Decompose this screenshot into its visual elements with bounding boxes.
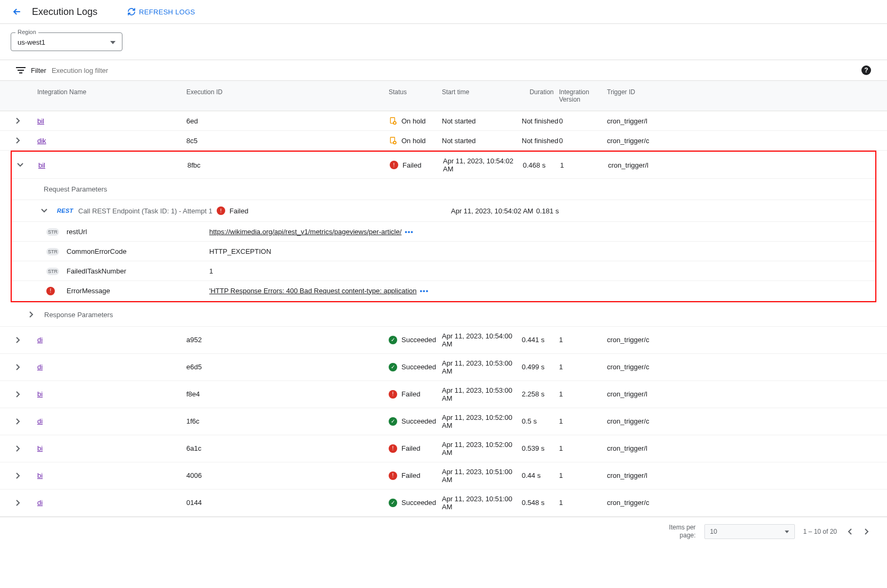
execution-id: 4006: [186, 471, 389, 479]
status-cell: ✓Succeeded: [389, 363, 442, 371]
start-time: Apr 11, 2023, 10:53:00 AM: [442, 359, 522, 375]
prev-page-button[interactable]: [845, 526, 854, 537]
version: 1: [559, 471, 607, 479]
expand-icon[interactable]: [16, 473, 37, 479]
param-value-link[interactable]: https://wikimedia.org/api/rest_v1/metric…: [209, 228, 401, 236]
duration: 0.539 s: [522, 444, 559, 452]
rest-badge: REST: [57, 208, 78, 214]
more-icon[interactable]: •••: [420, 287, 429, 295]
col-version: Integration Version: [559, 88, 607, 103]
expand-icon[interactable]: [16, 391, 37, 397]
page-range: 1 – 10 of 20: [803, 528, 837, 535]
status-cell: !Failed: [389, 444, 442, 453]
type-badge: STR: [46, 228, 59, 236]
request-parameters-label: Request Parameters: [12, 179, 875, 200]
param-row: STR restUrl https://wikimedia.org/api/re…: [12, 222, 875, 242]
next-page-button[interactable]: [863, 526, 871, 537]
col-integration-name: Integration Name: [37, 88, 186, 103]
trigger-id: cron_trigger/c: [607, 499, 708, 507]
trigger-id: cron_trigger/l: [607, 390, 708, 398]
task-title: Call REST Endpoint (Task ID: 1) - Attemp…: [78, 207, 217, 215]
region-select[interactable]: Region us-west1: [11, 32, 122, 51]
col-trigger-id: Trigger ID: [607, 88, 708, 103]
integration-name-link[interactable]: bi: [37, 471, 43, 479]
task-time: Apr 11, 2023, 10:54:02 AM: [451, 207, 536, 215]
expand-icon[interactable]: [16, 337, 37, 343]
table-row: bi f8e4 !Failed Apr 11, 2023, 10:53:00 A…: [0, 381, 887, 408]
duration: 0.548 s: [522, 499, 559, 507]
duration: 0.468 s: [523, 161, 560, 169]
start-time: Not started: [442, 117, 522, 125]
expand-icon[interactable]: [16, 364, 37, 370]
expand-icon[interactable]: [16, 445, 37, 452]
expand-icon[interactable]: [16, 418, 37, 425]
integration-name-link[interactable]: bi: [37, 444, 43, 452]
integration-name-link[interactable]: di: [37, 417, 43, 425]
failed-icon: !: [389, 444, 397, 453]
filter-input[interactable]: [52, 67, 856, 74]
failed-icon: !: [389, 390, 397, 399]
version: 0: [559, 137, 607, 145]
start-time: Apr 11, 2023, 10:54:00 AM: [442, 332, 522, 348]
expand-icon[interactable]: [16, 500, 37, 506]
duration: Not finished: [522, 137, 559, 145]
param-name: restUrl: [67, 228, 205, 236]
integration-name-link[interactable]: di: [37, 336, 43, 344]
version: 1: [559, 363, 607, 371]
param-row: STR CommonErrorCode HTTP_EXCEPTION: [12, 242, 875, 261]
type-badge: STR: [46, 268, 59, 275]
integration-name-link[interactable]: bil: [38, 161, 45, 169]
items-per-page-label: Items per page:: [669, 524, 696, 540]
collapse-icon[interactable]: [41, 209, 57, 213]
param-value: 1: [209, 267, 213, 275]
status-cell: On hold: [389, 117, 442, 125]
integration-name-link[interactable]: dik: [37, 137, 46, 145]
expand-icon[interactable]: [16, 118, 37, 124]
duration: 0.44 s: [522, 471, 559, 479]
integration-name-link[interactable]: di: [37, 363, 43, 371]
integration-name-link[interactable]: bi: [37, 390, 43, 398]
task-duration: 0.181 s: [536, 207, 589, 215]
integration-name-link[interactable]: bil: [37, 117, 44, 125]
more-icon[interactable]: •••: [405, 228, 414, 236]
duration: 0.441 s: [522, 336, 559, 344]
failed-icon: !: [390, 161, 398, 169]
refresh-logs-button[interactable]: REFRESH LOGS: [127, 7, 195, 16]
start-time: Apr 11, 2023, 10:51:00 AM: [442, 495, 522, 511]
help-icon[interactable]: ?: [861, 65, 871, 75]
table-row: di e6d5 ✓Succeeded Apr 11, 2023, 10:53:0…: [0, 354, 887, 381]
trigger-id: cron_trigger/c: [607, 336, 708, 344]
table-row: di 1f6c ✓Succeeded Apr 11, 2023, 10:52:0…: [0, 408, 887, 435]
expand-icon[interactable]: [16, 137, 37, 144]
duration: 0.499 s: [522, 363, 559, 371]
status-cell: ✓Succeeded: [389, 336, 442, 344]
svg-rect-2: [19, 72, 22, 73]
trigger-id: cron_trigger/c: [607, 137, 708, 145]
expand-icon[interactable]: [29, 311, 34, 318]
param-row: STR FailedITaskNumber 1: [12, 261, 875, 281]
execution-id: 0144: [186, 499, 389, 507]
trigger-id: cron_trigger/c: [607, 363, 708, 371]
execution-id: e6d5: [186, 363, 389, 371]
svg-rect-1: [18, 70, 24, 71]
collapse-icon[interactable]: [17, 163, 38, 167]
table-header: Integration Name Execution ID Status Sta…: [0, 80, 887, 111]
execution-id: 6ed: [186, 117, 389, 125]
col-start-time: Start time: [442, 88, 522, 103]
success-icon: ✓: [389, 417, 397, 426]
param-value-link[interactable]: 'HTTP Response Errors: 400 Bad Request c…: [209, 287, 417, 295]
failed-icon: !: [217, 206, 225, 215]
hold-icon: [389, 117, 397, 125]
duration: Not finished: [522, 117, 559, 125]
items-per-page-select[interactable]: 10: [704, 524, 795, 539]
start-time: Apr 11, 2023, 10:54:02 AM: [443, 157, 523, 173]
back-arrow-icon[interactable]: [11, 5, 23, 18]
error-icon: !: [46, 287, 55, 295]
table-row: di 0144 ✓Succeeded Apr 11, 2023, 10:51:0…: [0, 490, 887, 517]
page-title: Execution Logs: [32, 6, 97, 18]
param-name: FailedITaskNumber: [67, 267, 205, 275]
version: 1: [559, 336, 607, 344]
integration-name-link[interactable]: di: [37, 499, 43, 507]
trigger-id: cron_trigger/l: [608, 161, 709, 169]
execution-id: 8c5: [186, 137, 389, 145]
